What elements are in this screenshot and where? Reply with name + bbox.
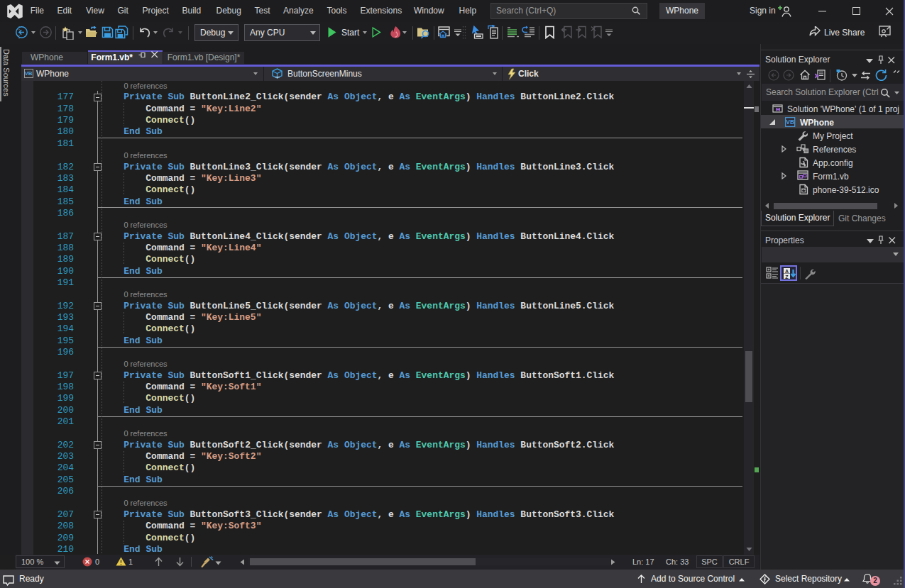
svg-text:Z: Z bbox=[785, 274, 789, 279]
svg-text:A: A bbox=[785, 269, 789, 274]
svg-text:VB: VB bbox=[786, 118, 794, 126]
